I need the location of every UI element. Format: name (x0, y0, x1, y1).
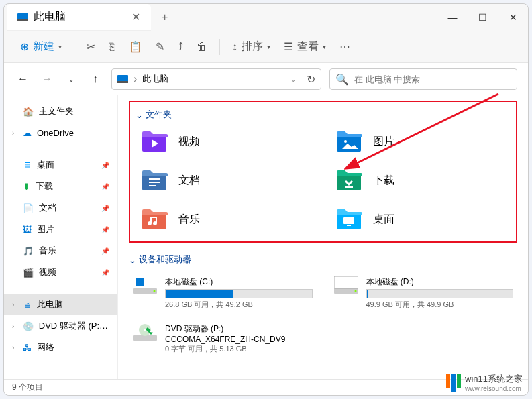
svg-rect-6 (347, 225, 351, 226)
watermark-title: win11系统之家 (465, 373, 523, 385)
drive-name: 本地磁盘 (D:) (366, 276, 514, 288)
download-icon: ⬇ (23, 182, 30, 192)
drive-item-dvd[interactable]: DVD 驱动器 (P:) CCCOMA_X64FRE_ZH-CN_DV9 0 字… (129, 319, 317, 358)
pin-icon: 📌 (101, 162, 109, 169)
sidebar-item-desktop[interactable]: 🖥 桌面 📌 (4, 154, 117, 176)
thispc-icon (17, 13, 28, 21)
forward-button[interactable]: → (39, 71, 55, 87)
drive-info: 49.9 GB 可用，共 49.9 GB (366, 300, 514, 310)
search-input[interactable] (354, 74, 511, 84)
rename-button[interactable]: ✎ (150, 36, 170, 58)
address-bar[interactable]: › 此电脑 ⌄ ↻ (111, 68, 321, 90)
pin-icon: 📌 (101, 269, 109, 276)
drive-item-d[interactable]: 本地磁盘 (D:) 49.9 GB 可用，共 49.9 GB (330, 272, 518, 314)
section-devices-header[interactable]: ⌄ 设备和驱动器 (129, 249, 517, 270)
folder-item-documents[interactable]: 文档 (136, 164, 317, 197)
delete-button[interactable]: 🗑 (191, 36, 213, 58)
up-button[interactable]: ↑ (87, 71, 103, 87)
pin-icon: 📌 (101, 183, 109, 190)
sidebar-item-videos[interactable]: 🎬 视频 📌 (4, 262, 117, 283)
sidebar-item-pictures[interactable]: 🖼 图片 📌 (4, 219, 117, 240)
drive-usage-bar (366, 289, 514, 298)
drive-icon (334, 276, 358, 295)
sidebar-item-music[interactable]: 🎵 音乐 📌 (4, 240, 117, 262)
drive-label: CCCOMA_X64FRE_ZH-CN_DV9 (165, 335, 313, 344)
svg-rect-12 (140, 282, 144, 286)
video-folder-icon (141, 130, 168, 153)
drive-info: 0 字节 可用，共 5.13 GB (165, 344, 313, 354)
copy-button[interactable]: ⎘ (103, 36, 121, 58)
svg-rect-17 (133, 335, 157, 341)
rename-icon: ✎ (156, 40, 164, 53)
chevron-right-icon[interactable]: › (12, 344, 17, 351)
refresh-button[interactable]: ↻ (307, 73, 315, 86)
svg-point-16 (354, 290, 356, 292)
sidebar-item-thispc[interactable]: › 🖥 此电脑 (4, 294, 117, 315)
drive-info: 26.8 GB 可用，共 49.2 GB (165, 300, 313, 310)
content-area: 🏠 主文件夹 › ☁ OneDrive 🖥 桌面 📌 ⬇ 下载 📌 (4, 95, 528, 379)
minimize-button[interactable]: — (437, 4, 468, 31)
new-button[interactable]: ⊕ 新建 ▾ (15, 36, 67, 58)
chevron-down-icon[interactable]: ⌄ (290, 76, 296, 83)
search-icon: 🔍 (335, 73, 349, 86)
toolbar: ⊕ 新建 ▾ ✂ ⎘ 📋 ✎ ⤴ 🗑 ↕ 排序 ▾ ☰ 查看 ▾ ⋯ (4, 31, 528, 63)
pin-icon: 📌 (101, 226, 109, 233)
svg-rect-4 (345, 186, 353, 188)
folder-item-desktop[interactable]: 桌面 (330, 203, 511, 236)
paste-button[interactable]: 📋 (123, 36, 148, 58)
tab-title: 此电脑 (34, 10, 66, 24)
tab-thispc[interactable]: 此电脑 ✕ (7, 4, 151, 31)
view-icon: ☰ (284, 40, 293, 53)
trash-icon: 🗑 (197, 41, 207, 53)
chevron-right-icon[interactable]: › (12, 323, 17, 330)
svg-rect-15 (334, 276, 358, 288)
more-button[interactable]: ⋯ (334, 36, 356, 58)
svg-rect-10 (140, 278, 144, 282)
chevron-right-icon[interactable]: › (12, 301, 17, 308)
folder-item-videos[interactable]: 视频 (136, 125, 317, 158)
back-button[interactable]: ← (15, 71, 31, 87)
sidebar-item-downloads[interactable]: ⬇ 下载 📌 (4, 176, 117, 197)
highlight-annotation: ⌄ 文件夹 视频 图片 文档 (129, 101, 517, 243)
share-button[interactable]: ⤴ (172, 36, 189, 58)
thispc-icon: 🖥 (23, 300, 32, 310)
windows-drive-icon (133, 276, 157, 295)
drive-item-c[interactable]: 本地磁盘 (C:) 26.8 GB 可用，共 49.2 GB (129, 272, 317, 314)
folder-item-music[interactable]: 音乐 (136, 203, 317, 236)
sidebar-item-home[interactable]: 🏠 主文件夹 (4, 101, 117, 122)
copy-icon: ⎘ (109, 41, 115, 53)
sidebar-item-documents[interactable]: 📄 文档 📌 (4, 197, 117, 219)
maximize-button[interactable]: ☐ (468, 4, 498, 31)
music-folder-icon (141, 208, 168, 231)
documents-folder-icon (141, 169, 168, 192)
sidebar-item-onedrive[interactable]: › ☁ OneDrive (4, 122, 117, 144)
chevron-right-icon[interactable]: › (12, 129, 17, 137)
close-button[interactable]: ✕ (498, 4, 528, 31)
drive-name: DVD 驱动器 (P:) (165, 323, 313, 335)
desktop-folder-icon (335, 208, 362, 231)
chevron-down-icon: ⌄ (136, 110, 143, 120)
recent-button[interactable]: ⌄ (63, 71, 79, 87)
section-folders-header[interactable]: ⌄ 文件夹 (136, 105, 511, 125)
sidebar-item-dvd[interactable]: › 💿 DVD 驱动器 (P:) C (4, 315, 117, 337)
chevron-right-icon: › (134, 73, 137, 85)
folder-item-downloads[interactable]: 下载 (330, 164, 511, 197)
file-explorer-window: 此电脑 ✕ + — ☐ ✕ ⊕ 新建 ▾ ✂ ⎘ 📋 ✎ ⤴ 🗑 ↕ 排序 ▾ … (3, 3, 529, 396)
drive-usage-bar (165, 289, 313, 298)
pictures-folder-icon (335, 130, 362, 153)
search-bar[interactable]: 🔍 (329, 68, 517, 90)
svg-rect-5 (343, 217, 354, 224)
dvd-drive-icon (133, 323, 157, 342)
folder-item-pictures[interactable]: 图片 (330, 125, 511, 158)
item-count: 9 个项目 (12, 382, 43, 393)
more-icon: ⋯ (339, 40, 350, 53)
cut-button[interactable]: ✂ (81, 36, 101, 58)
view-button[interactable]: ☰ 查看 ▾ (278, 36, 331, 58)
sort-button[interactable]: ↕ 排序 ▾ (227, 36, 276, 58)
sidebar-item-network[interactable]: › 🖧 网络 (4, 337, 117, 358)
new-tab-button[interactable]: + (151, 11, 178, 23)
svg-rect-1 (149, 178, 160, 180)
svg-rect-3 (149, 185, 156, 186)
close-tab-icon[interactable]: ✕ (131, 11, 140, 23)
sort-icon: ↕ (232, 41, 237, 53)
